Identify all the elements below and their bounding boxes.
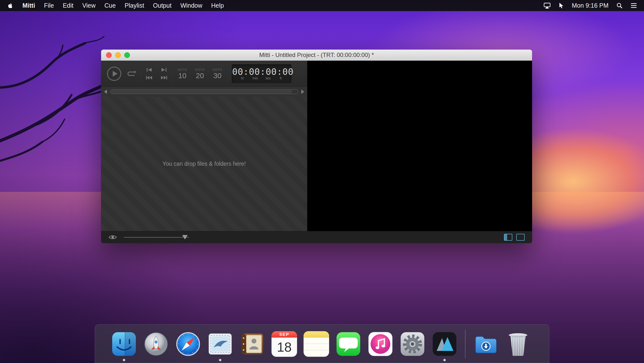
menu-view[interactable]: View bbox=[82, 2, 96, 9]
dock-contacts[interactable] bbox=[240, 331, 265, 357]
cue-transport-group bbox=[145, 67, 168, 80]
preview-area bbox=[307, 61, 532, 231]
spotlight-icon[interactable] bbox=[616, 2, 622, 9]
pointer-icon[interactable] bbox=[558, 2, 564, 9]
trash-icon bbox=[505, 331, 531, 357]
toolbar-separator bbox=[141, 64, 141, 83]
toolbar-separator bbox=[172, 64, 172, 83]
running-indicator bbox=[444, 359, 446, 361]
window-title: Mitti - Untitled Project - (TRT: 00:00:0… bbox=[101, 52, 532, 58]
mitti-icon bbox=[432, 331, 457, 357]
app-menu-title[interactable]: Mitti bbox=[22, 2, 35, 9]
drop-hint: You can drop files & folders here! bbox=[162, 160, 246, 167]
mail-icon bbox=[207, 331, 233, 357]
title-bar[interactable]: Mitti - Untitled Project - (TRT: 00:00:0… bbox=[101, 50, 532, 61]
menu-edit[interactable]: Edit bbox=[63, 2, 74, 9]
prev-cue-button[interactable] bbox=[146, 67, 152, 72]
running-indicator bbox=[219, 359, 221, 361]
dock-mitti[interactable] bbox=[432, 331, 457, 357]
dock-calendar[interactable]: SEP 18 bbox=[272, 331, 297, 357]
layout-toggles bbox=[504, 234, 525, 241]
last-cue-button[interactable] bbox=[160, 75, 168, 80]
menu-bar: Mitti File Edit View Cue Playlist Output… bbox=[0, 0, 644, 11]
loop-button[interactable] bbox=[126, 69, 137, 78]
scroll-left-arrow-icon[interactable] bbox=[104, 90, 107, 94]
goto-30-button[interactable]: GOTO 30 bbox=[211, 68, 224, 80]
menu-file[interactable]: File bbox=[44, 2, 54, 9]
itunes-icon bbox=[368, 331, 393, 357]
calendar-month: SEP bbox=[272, 331, 297, 338]
launchpad-icon bbox=[143, 331, 169, 357]
airplay-icon[interactable] bbox=[544, 2, 550, 9]
layout-cuelist-toggle-icon[interactable] bbox=[504, 234, 512, 241]
dock-itunes[interactable] bbox=[368, 331, 393, 357]
notes-icon bbox=[304, 331, 329, 357]
calendar-icon: SEP 18 bbox=[272, 331, 297, 357]
dock-separator bbox=[465, 330, 466, 358]
window-controls bbox=[106, 52, 130, 58]
goto-20-button[interactable]: GOTO 20 bbox=[194, 68, 206, 80]
dock-mail[interactable] bbox=[207, 331, 233, 357]
slider-track[interactable] bbox=[124, 237, 189, 238]
safari-icon bbox=[175, 331, 201, 357]
goto-10-button[interactable]: GOTO 10 bbox=[176, 68, 188, 80]
cue-list-panel: GOTO 10 GOTO 20 GOTO 30 bbox=[101, 61, 307, 231]
dock-launchpad[interactable] bbox=[143, 331, 169, 357]
menu-output[interactable]: Output bbox=[153, 2, 172, 9]
notification-center-icon[interactable] bbox=[630, 2, 637, 9]
downloads-folder-icon bbox=[473, 331, 499, 357]
play-button[interactable] bbox=[106, 66, 122, 82]
zoom-button[interactable] bbox=[124, 52, 130, 58]
eye-icon[interactable] bbox=[108, 234, 117, 240]
dock-messages[interactable] bbox=[336, 331, 361, 357]
transport-toolbar: GOTO 10 GOTO 20 GOTO 30 bbox=[101, 61, 307, 87]
contacts-icon bbox=[240, 331, 265, 357]
apple-icon[interactable] bbox=[8, 2, 14, 9]
dock-system-preferences[interactable] bbox=[400, 331, 425, 357]
first-cue-button[interactable] bbox=[145, 75, 153, 80]
minimize-button[interactable] bbox=[115, 52, 121, 58]
timecode-labels: hr min sec fr bbox=[232, 76, 291, 80]
goto-group: GOTO 10 GOTO 20 GOTO 30 bbox=[176, 68, 224, 80]
calendar-day: 18 bbox=[272, 338, 297, 357]
cue-list-scrollbar[interactable] bbox=[101, 87, 307, 97]
status-bar bbox=[101, 231, 532, 243]
close-button[interactable] bbox=[106, 52, 112, 58]
toolbar-separator bbox=[228, 64, 228, 83]
menu-playlist[interactable]: Playlist bbox=[124, 2, 144, 9]
menu-help[interactable]: Help bbox=[211, 2, 224, 9]
preview-size-slider[interactable] bbox=[124, 231, 189, 243]
scroll-right-arrow-icon[interactable] bbox=[301, 90, 304, 94]
timecode-value: 00:00:00:00 bbox=[232, 67, 291, 76]
layout-preview-toggle-icon[interactable] bbox=[516, 234, 525, 241]
dock-downloads[interactable] bbox=[473, 331, 499, 357]
menu-clock[interactable]: Mon 9:16 PM bbox=[572, 2, 608, 9]
scrollbar-track[interactable] bbox=[110, 89, 298, 94]
messages-icon bbox=[336, 331, 361, 357]
mitti-window: Mitti - Untitled Project - (TRT: 00:00:0… bbox=[101, 50, 532, 243]
desktop: Mitti File Edit View Cue Playlist Output… bbox=[0, 0, 644, 363]
menu-cue[interactable]: Cue bbox=[104, 2, 116, 9]
timecode-label-fr: fr bbox=[274, 76, 287, 80]
cue-list-drop-area[interactable]: You can drop files & folders here! bbox=[101, 97, 307, 231]
timecode-label-min: min bbox=[249, 76, 262, 80]
timecode-label-sec: sec bbox=[262, 76, 274, 80]
running-indicator bbox=[123, 359, 125, 361]
timecode-label-hr: hr bbox=[236, 76, 249, 80]
dock-finder[interactable] bbox=[111, 331, 137, 357]
timecode-display: 00:00:00:00 hr min sec fr bbox=[232, 64, 292, 83]
dock-notes[interactable] bbox=[304, 331, 329, 357]
menu-window[interactable]: Window bbox=[180, 2, 202, 9]
next-cue-button[interactable] bbox=[160, 67, 168, 72]
dock: SEP 18 bbox=[95, 324, 549, 363]
finder-icon bbox=[111, 331, 137, 357]
scrollbar-thumb[interactable] bbox=[110, 90, 292, 94]
dock-safari[interactable] bbox=[175, 331, 201, 357]
system-preferences-icon bbox=[400, 331, 425, 357]
slider-thumb[interactable] bbox=[182, 235, 188, 240]
dock-trash[interactable] bbox=[505, 331, 531, 357]
